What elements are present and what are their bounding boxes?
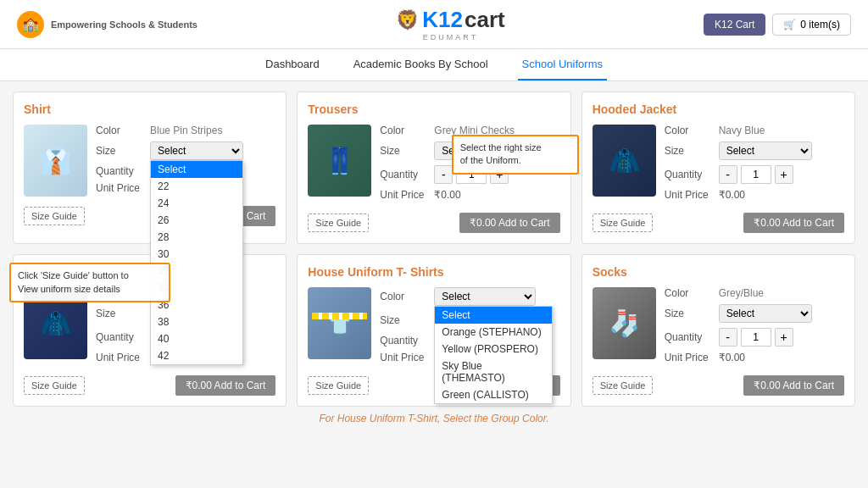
socks-color-value: Grey/Blue [719,287,764,299]
trousers-qty-label: Quantity [380,169,429,180]
shirt-size-option-26[interactable]: 26 [151,212,242,229]
socks-card: Socks 🧦 Color Grey/Blue Size Select [581,254,855,407]
hooded-jacket-card: Hooded Jacket 🧥 Color Navy Blue Size Sel… [581,92,855,244]
jacket-add-cart-button[interactable]: ₹0.00 Add to Cart [743,213,844,233]
brand-k12: K12 [422,7,463,33]
shirt-details: Color Blue Pin Stripes Size Select 22242… [96,125,275,199]
jacket-size-row: Size Select [665,141,844,160]
tagline: Empowering Schools & Students [51,19,198,30]
house-color-dropdown-list: Select Orange (STEPHANO) Yellow (PROSPER… [434,306,553,404]
trousers-card: Trousers 👖 Color Grey Mini Checks Size S… [297,92,570,244]
tshirt-image: 👕 [308,287,371,359]
nav-school-uniforms[interactable]: School Uniforms [518,49,607,80]
socks-qty-minus[interactable]: - [719,328,737,347]
jacket-size-select[interactable]: Select [719,141,812,160]
shirt-size-option-38[interactable]: 38 [151,313,242,330]
shirt-size-option-22[interactable]: 22 [151,178,242,195]
trousers-add-cart-button[interactable]: ₹0.00 Add to Cart [459,213,560,233]
jacket-details: Color Navy Blue Size Select Quantity - [665,125,844,206]
shirt-content: 👔 Color Blue Pin Stripes Size Select 222… [24,125,275,199]
trousers-size-guide-button[interactable]: Size Guide [308,214,369,232]
trousers-actions: Size Guide ₹0.00 Add to Cart [308,213,559,233]
jacket-actions: Size Guide ₹0.00 Add to Cart [593,213,844,233]
blazer-add-cart-button[interactable]: ₹0.00 Add to Cart [175,375,276,396]
jacket-qty-input[interactable] [741,165,771,184]
trousers-title: Trousers [308,103,559,116]
jacket-size-guide-button[interactable]: Size Guide [593,214,654,232]
blazer-actions: Size Guide ₹0.00 Add to Cart [24,375,275,396]
shirt-size-option-40[interactable]: 40 [151,330,242,347]
blazer-unit-label: Unit Price [96,352,145,363]
trousers-qty-minus[interactable]: - [434,165,453,184]
house-color-select[interactable]: Select Orange (STEPHANO) Yellow (PROSPER… [434,287,536,306]
shirt-size-dropdown[interactable]: Select 222426 283032 343638 4042 Select … [150,141,243,160]
nav-academic-books[interactable]: Academic Books By School [349,49,492,80]
trousers-size-label: Size [380,145,429,157]
socks-color-row: Color Grey/Blue [665,287,844,299]
shirt-unit-label: Unit Price [96,182,145,194]
socks-content: 🧦 Color Grey/Blue Size Select Quantity [593,287,844,369]
trousers-unit-label: Unit Price [380,189,429,201]
house-color-annotation: For House Uniform T-Shirt, Select the Gr… [319,413,548,424]
socks-price-row: Unit Price ₹0.00 [665,352,844,363]
trousers-color-label: Color [380,125,429,136]
k12cart-button[interactable]: K12 Cart [704,14,765,36]
shirt-image: 👔 [24,125,87,197]
shirt-size-option-42[interactable]: 42 [151,347,242,364]
jacket-unit-value: ₹0.00 [719,189,745,201]
socks-image: 🧦 [593,287,656,359]
socks-add-cart-button[interactable]: ₹0.00 Add to Cart [743,375,844,396]
socks-unit-value: ₹0.00 [719,352,745,363]
shirt-size-option-30[interactable]: 30 [151,246,242,263]
socks-qty-control: - + [719,328,793,347]
brand-name: K12cart [422,7,504,33]
jacket-qty-plus[interactable]: + [775,165,793,184]
house-size-guide-button[interactable]: Size Guide [308,376,369,395]
products-grid: Shirt 👔 Color Blue Pin Stripes Size Sele… [13,92,855,407]
shirt-size-option-select[interactable]: Select [151,161,242,178]
socks-title: Socks [593,265,844,279]
hooded-jacket-title: Hooded Jacket [593,103,844,116]
socks-size-guide-button[interactable]: Size Guide [593,376,654,395]
jacket-size-label: Size [665,145,714,157]
navigation: Dashboard Academic Books By School Schoo… [0,49,868,81]
socks-size-select[interactable]: Select [719,304,812,323]
size-guide-annotation: Click 'Size Guide' button toView uniform… [9,263,170,302]
house-color-option-orange[interactable]: Orange (STEPHANO) [435,324,552,341]
nav-dashboard[interactable]: Dashboard [261,49,324,80]
cart-items-button[interactable]: 🛒 0 item(s) [772,14,851,36]
house-color-option-green[interactable]: Green (CALLISTO) [435,386,552,403]
shirt-size-option-24[interactable]: 24 [151,195,242,212]
house-color-annotation-text: For House Uniform T-Shirt, Select the Gr… [13,412,855,424]
house-color-option-select[interactable]: Select [435,307,552,324]
blazer-size-guide-button[interactable]: Size Guide [24,376,85,395]
jacket-price-row: Unit Price ₹0.00 [665,189,844,201]
blazer-qty-label: Quantity [96,331,145,343]
house-color-row: Color Select Orange (STEPHANO) Yellow (P… [380,287,559,306]
socks-qty-plus[interactable]: + [775,328,793,347]
house-qty-label: Quantity [380,335,429,347]
house-color-option-yellow[interactable]: Yellow (PROSPERO) [435,341,552,358]
house-size-label: Size [380,314,429,326]
shirt-title: Shirt [24,103,275,116]
house-color-option-skyblue[interactable]: Sky Blue (THEMASTO) [435,358,552,386]
jacket-unit-label: Unit Price [665,189,714,201]
house-color-dropdown[interactable]: Select Orange (STEPHANO) Yellow (PROSPER… [434,287,536,306]
shirt-size-guide-button[interactable]: Size Guide [24,207,85,225]
jacket-color-row: Color Navy Blue [665,125,844,136]
jacket-qty-row: Quantity - + [665,165,844,184]
shirt-size-option-28[interactable]: 28 [151,229,242,246]
shirt-size-select[interactable]: Select 222426 283032 343638 4042 [150,141,243,160]
trousers-price-row: Unit Price ₹0.00 [380,189,559,201]
main-content: Shirt 👔 Color Blue Pin Stripes Size Sele… [0,81,868,435]
trousers-unit-value: ₹0.00 [434,189,460,201]
jacket-color-label: Color [665,125,714,136]
shirt-qty-label: Quantity [96,165,145,177]
header: 🏫 Empowering Schools & Students 🦁 K12car… [0,0,868,49]
jacket-qty-minus[interactable]: - [719,165,737,184]
socks-size-label: Size [665,308,714,319]
tshirt-stripe [312,313,367,319]
house-tshirt-card: House Uniform T- Shirts 👕 Color Select O… [297,254,570,407]
socks-actions: Size Guide ₹0.00 Add to Cart [593,375,844,396]
socks-qty-input[interactable] [741,328,771,347]
